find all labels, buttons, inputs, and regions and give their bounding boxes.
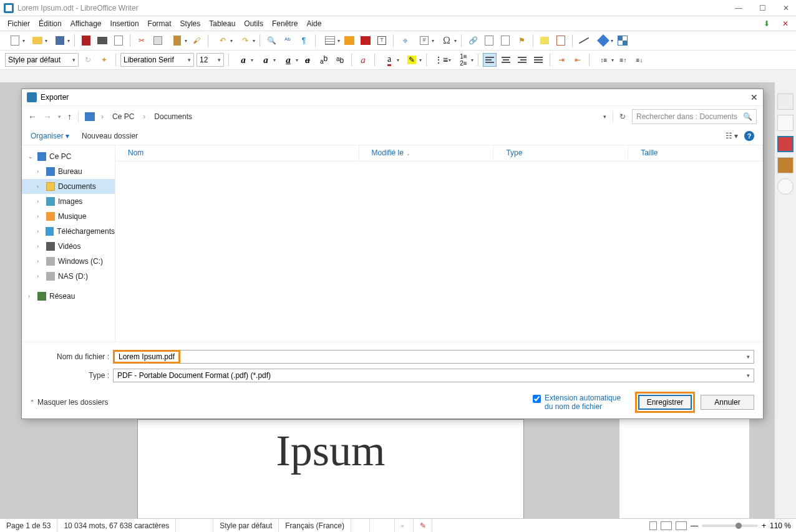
- clone-format-button[interactable]: 🖌: [190, 34, 203, 47]
- status-lang[interactable]: Français (France): [279, 519, 351, 532]
- highlight-button[interactable]: ✎▾: [402, 53, 422, 67]
- zoom-slider[interactable]: [702, 525, 758, 527]
- italic-button[interactable]: a▾: [256, 53, 276, 67]
- indent-decrease-button[interactable]: ⇤: [571, 53, 585, 67]
- menu-edit[interactable]: Édition: [35, 18, 66, 29]
- tree-pc[interactable]: ⌄Ce PC: [22, 149, 115, 164]
- help-button[interactable]: ?: [744, 131, 754, 141]
- tree-videos[interactable]: ›Vidéos: [22, 239, 115, 254]
- tree-images[interactable]: ›Images: [22, 194, 115, 209]
- new-style-button[interactable]: ✦: [97, 53, 111, 67]
- nav-dropdown-button[interactable]: ▾: [58, 114, 61, 120]
- align-right-button[interactable]: [515, 53, 529, 67]
- breadcrumb-current[interactable]: Documents: [152, 112, 195, 121]
- insert-field-button[interactable]: #▾: [414, 34, 434, 47]
- tree-music[interactable]: ›Musique: [22, 209, 115, 224]
- status-style[interactable]: Style par défaut: [213, 519, 279, 532]
- footnote-button[interactable]: [482, 34, 496, 47]
- export-pdf-button[interactable]: [79, 34, 93, 47]
- minimize-button[interactable]: —: [732, 4, 745, 12]
- filename-input[interactable]: Lorem Ipsum.pdf ▾: [113, 350, 754, 364]
- copy-button[interactable]: [151, 34, 165, 47]
- tree-documents[interactable]: ›Documents: [22, 179, 115, 194]
- tree-downloads[interactable]: ›Téléchargements: [22, 224, 115, 239]
- align-center-button[interactable]: [499, 53, 513, 67]
- open-button[interactable]: ▾: [27, 34, 47, 47]
- maximize-button[interactable]: ☐: [756, 4, 769, 12]
- number-list-button[interactable]: 1≡2≡▾: [454, 53, 473, 67]
- line-button[interactable]: [577, 34, 591, 47]
- tree-network[interactable]: ›Réseau: [22, 289, 115, 304]
- status-selection[interactable]: ▫: [395, 519, 414, 532]
- insert-pagebreak-button[interactable]: ⎆: [398, 34, 412, 47]
- font-size-combo[interactable]: 12▾: [197, 53, 224, 67]
- subscript-button[interactable]: ab: [333, 53, 347, 67]
- show-draw-button[interactable]: [616, 34, 629, 47]
- bookmark-button[interactable]: ⚑: [515, 34, 528, 47]
- clear-format-button[interactable]: a: [356, 53, 370, 67]
- menu-window[interactable]: Fenêtre: [268, 18, 301, 29]
- cancel-button[interactable]: Annuler: [701, 395, 754, 410]
- view-mode-button[interactable]: ☷ ▾: [726, 132, 738, 140]
- sidebar-wrench-icon[interactable]: [777, 115, 794, 131]
- underline-button[interactable]: a▾: [278, 53, 298, 67]
- menu-tools[interactable]: Outils: [240, 18, 267, 29]
- status-signature[interactable]: ✎: [414, 519, 432, 532]
- bold-button[interactable]: a▾: [233, 53, 253, 67]
- insert-table-button[interactable]: ▾: [320, 34, 340, 47]
- menu-styles[interactable]: Styles: [177, 18, 205, 29]
- font-color-button[interactable]: a▾: [379, 53, 399, 67]
- col-name[interactable]: Nom: [115, 145, 359, 161]
- para-space-inc-button[interactable]: ≡↑: [616, 53, 630, 67]
- search-input[interactable]: Rechercher dans : Documents 🔍: [632, 109, 757, 124]
- auto-extension-checkbox[interactable]: Extension automatique du nom de fichier: [533, 394, 626, 411]
- endnote-button[interactable]: [498, 34, 512, 47]
- spellcheck-button[interactable]: ᴬᵇ: [281, 34, 294, 47]
- view-single-icon[interactable]: [649, 521, 657, 530]
- undo-button[interactable]: ↶▾: [213, 34, 233, 47]
- para-space-dec-button[interactable]: ≡↓: [633, 53, 646, 67]
- font-name-combo[interactable]: Liberation Serif▾: [120, 53, 194, 67]
- insert-textbox-button[interactable]: T: [375, 34, 389, 47]
- breadcrumb-dropdown[interactable]: ▾: [603, 114, 606, 120]
- paste-button[interactable]: ▾: [167, 34, 187, 47]
- find-button[interactable]: 🔍: [265, 34, 278, 47]
- track-changes-button[interactable]: [554, 34, 568, 47]
- insert-symbol-button[interactable]: Ω▾: [437, 34, 457, 47]
- menu-table[interactable]: Tableau: [205, 18, 239, 29]
- menu-format[interactable]: Format: [144, 18, 175, 29]
- sidebar-gallery-icon[interactable]: [777, 157, 794, 173]
- tree-ddrive[interactable]: ›NAS (D:): [22, 269, 115, 284]
- refresh-button[interactable]: ↻: [619, 112, 626, 121]
- redo-button[interactable]: ↷▾: [235, 34, 255, 47]
- align-justify-button[interactable]: [531, 53, 545, 67]
- nav-up-button[interactable]: ↑: [67, 112, 72, 122]
- sidebar-styles-icon[interactable]: [777, 136, 794, 152]
- organize-button[interactable]: Organiser ▾: [31, 132, 69, 140]
- zoom-value[interactable]: 110 %: [770, 521, 791, 530]
- formatting-marks-button[interactable]: ¶: [297, 34, 311, 47]
- sidebar-navigator-icon[interactable]: [777, 178, 794, 195]
- menu-help[interactable]: Aide: [303, 18, 325, 29]
- insert-chart-button[interactable]: [359, 34, 372, 47]
- line-spacing-button[interactable]: ↕≡▾: [594, 53, 614, 67]
- save-button[interactable]: Enregistrer: [638, 395, 692, 410]
- strikethrough-button[interactable]: a: [301, 53, 314, 67]
- menu-file[interactable]: Fichier: [4, 18, 34, 29]
- dialog-close-button[interactable]: ✕: [750, 92, 758, 102]
- paragraph-style-combo[interactable]: Style par défaut▾: [5, 53, 79, 67]
- pc-icon[interactable]: [85, 112, 95, 121]
- new-folder-button[interactable]: Nouveau dossier: [82, 132, 138, 140]
- print-preview-button[interactable]: [112, 34, 125, 47]
- close-doc-icon[interactable]: ✕: [779, 18, 792, 29]
- zoom-out-button[interactable]: —: [691, 521, 698, 530]
- zoom-in-button[interactable]: +: [762, 521, 766, 530]
- menu-view[interactable]: Affichage: [67, 18, 105, 29]
- new-button[interactable]: ▾: [5, 34, 25, 47]
- hyperlink-button[interactable]: 🔗: [466, 34, 480, 47]
- basic-shapes-button[interactable]: ▾: [593, 34, 613, 47]
- nav-forward-button[interactable]: →: [43, 112, 52, 122]
- sidebar-properties-icon[interactable]: [777, 94, 794, 110]
- view-book-icon[interactable]: [676, 521, 687, 530]
- nav-back-button[interactable]: ←: [28, 112, 37, 122]
